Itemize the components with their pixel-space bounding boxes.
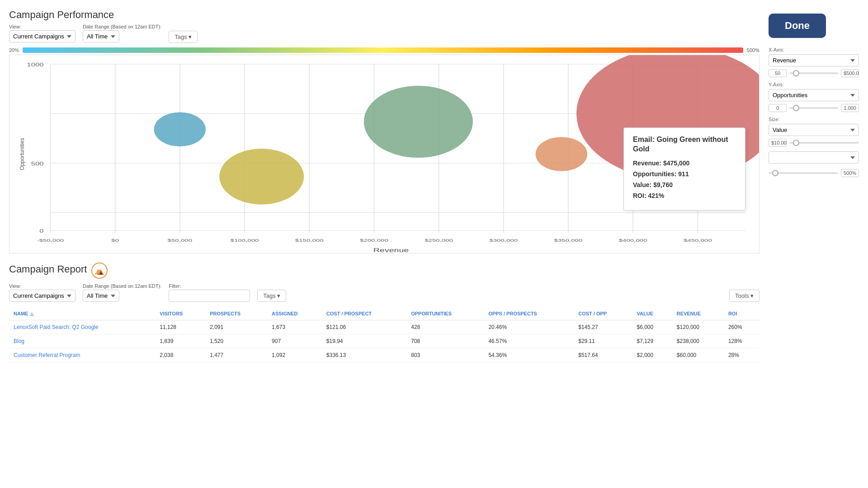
roi-max-val: 500% (841, 169, 859, 177)
cell-prospects: 1,520 (205, 334, 267, 348)
tools-button[interactable]: Tools ▾ (729, 290, 760, 302)
col-assigned[interactable]: ASSIGNED (267, 307, 322, 320)
x-max-val: $500.0 (841, 69, 859, 77)
size-panel-select[interactable]: Value (769, 124, 859, 136)
tooltip-title: Email: Going Green without Gold (633, 135, 736, 154)
cell-name[interactable]: LenoxSoft Paid Search: Q2 Google (9, 320, 155, 334)
svg-text:$250,000: $250,000 (425, 238, 453, 243)
x-range-row: 50 $500.0 (769, 69, 859, 77)
table-row: LenoxSoft Paid Search: Q2 Google11,1282,… (9, 320, 760, 334)
col-roi[interactable]: ROI (724, 307, 760, 320)
location-icon: ⛺ (91, 263, 108, 279)
col-value[interactable]: VALUE (632, 307, 672, 320)
report-view-label: View: (9, 283, 75, 289)
col-opps-prospects[interactable]: OPPS / PROSPECTS (484, 307, 574, 320)
size-range-slider[interactable] (789, 142, 859, 144)
cell-prospects: 1,477 (205, 348, 267, 362)
date-range-select[interactable]: All Time (83, 30, 119, 42)
y-range-thumb[interactable] (793, 105, 799, 111)
right-panel: Done X-Axis: Revenue 50 $500.0 Y-Axis: O… (769, 9, 859, 362)
date-range-label: Date Range (Based on 12am EDT): (83, 24, 161, 29)
report-date-label: Date Range (Based on 12am EDT): (83, 283, 161, 289)
cell-opps_prospects: 20.46% (484, 320, 574, 334)
roi-range-thumb[interactable] (772, 170, 778, 176)
cell-roi: 28% (724, 348, 760, 362)
cell-assigned: 1,673 (267, 320, 322, 334)
y-axis-label: Opportunities (19, 138, 25, 170)
y-range-row: 0 1,000 (769, 104, 859, 112)
filter-input[interactable] (169, 290, 250, 302)
report-date-select[interactable]: All Time (83, 290, 119, 302)
x-axis-panel-select[interactable]: Revenue (769, 54, 859, 66)
svg-text:$400,000: $400,000 (619, 238, 647, 243)
campaign-performance-title: Campaign Performance (9, 9, 760, 21)
performance-controls: View: Current Campaigns Date Range (Base… (9, 23, 760, 43)
size-panel-label: Size: (769, 117, 859, 122)
x-range-slider[interactable] (789, 72, 838, 74)
table-header-row: NAME △ VISITORS PROSPECTS ASSIGNED COST … (9, 307, 760, 320)
bubble-chart[interactable]: Opportunities (9, 55, 760, 253)
done-button[interactable]: Done (769, 14, 826, 38)
table-row: Customer Referral Program2,0381,4771,092… (9, 348, 760, 362)
cell-cost_opp: $145.27 (574, 320, 632, 334)
tooltip-revenue: Revenue: $475,000 (633, 160, 736, 167)
cell-name[interactable]: Customer Referral Program (9, 348, 155, 362)
cell-cost_opp: $29.11 (574, 334, 632, 348)
filter-label: Filter: (169, 283, 250, 289)
gradient-left-label: 20% (9, 47, 19, 53)
gradient-bar (23, 47, 743, 53)
col-name[interactable]: NAME △ (9, 307, 155, 320)
cell-cost_prospect: $121.06 (322, 320, 406, 334)
cell-opportunities: 428 (406, 320, 484, 334)
svg-text:1000: 1000 (27, 62, 44, 67)
y-range-slider[interactable] (789, 107, 838, 109)
cell-revenue: $238,000 (672, 334, 724, 348)
cell-value: $6,000 (632, 320, 672, 334)
tooltip-opportunities: Opportunities: 911 (633, 170, 736, 178)
cell-opps_prospects: 46.57% (484, 334, 574, 348)
tags-button[interactable]: Tags ▾ (169, 31, 198, 43)
bubble-1[interactable] (154, 112, 206, 146)
gradient-bar-container: 20% 500% (9, 47, 760, 53)
cell-assigned: 1,092 (267, 348, 322, 362)
x-axis-panel-label: X-Axis: (769, 47, 859, 52)
col-opportunities[interactable]: OPPORTUNITIES (406, 307, 484, 320)
tooltip-value: Value: $9,760 (633, 181, 736, 188)
y-axis-panel-select[interactable]: Opportunities (769, 89, 859, 101)
cell-cost_prospect: $19.94 (322, 334, 406, 348)
cell-name[interactable]: Blog (9, 334, 155, 348)
x-range-thumb[interactable] (793, 70, 799, 76)
col-cost-opp[interactable]: COST / OPP (574, 307, 632, 320)
bubble-3[interactable] (364, 86, 473, 158)
col-revenue[interactable]: REVENUE (672, 307, 724, 320)
cell-prospects: 2,091 (205, 320, 267, 334)
size-range-thumb[interactable] (793, 140, 799, 146)
table-row: Blog1,8391,520907$19.9470846.57%$29.11$7… (9, 334, 760, 348)
cell-value: $2,000 (632, 348, 672, 362)
view-select[interactable]: Current Campaigns (9, 30, 75, 42)
cell-cost_opp: $517.64 (574, 348, 632, 362)
col-visitors[interactable]: VISITORS (155, 307, 205, 320)
bubble-4[interactable] (536, 137, 588, 171)
view-label: View: (9, 24, 75, 29)
bubble-2[interactable] (219, 149, 304, 204)
campaign-report-header: Campaign Report ⛺ (9, 263, 760, 279)
roi-range-slider[interactable] (769, 172, 838, 174)
cell-opportunities: 708 (406, 334, 484, 348)
cell-visitors: 2,038 (155, 348, 205, 362)
col-cost-prospect[interactable]: COST / PROSPECT (322, 307, 406, 320)
svg-text:500: 500 (31, 161, 44, 166)
cell-cost_prospect: $336.13 (322, 348, 406, 362)
report-view-select[interactable]: Current Campaigns (9, 290, 75, 302)
bubble-tooltip: Email: Going Green without Gold Revenue:… (623, 127, 745, 211)
report-tags-button[interactable]: Tags ▾ (257, 290, 286, 302)
campaign-table: NAME △ VISITORS PROSPECTS ASSIGNED COST … (9, 307, 760, 362)
svg-text:$350,000: $350,000 (554, 238, 583, 243)
cell-visitors: 11,128 (155, 320, 205, 334)
size-min-val: $10.00 (769, 139, 787, 147)
size-extra-select[interactable] (769, 151, 859, 164)
col-prospects[interactable]: PROSPECTS (205, 307, 267, 320)
cell-roi: 128% (724, 334, 760, 348)
roi-range-row: 500% (769, 169, 859, 177)
cell-revenue: $60,000 (672, 348, 724, 362)
